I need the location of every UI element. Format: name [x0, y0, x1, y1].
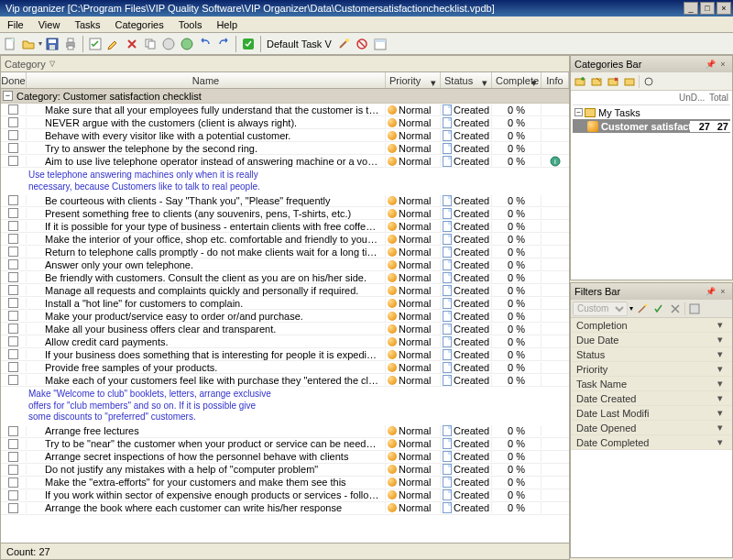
undo-icon[interactable]	[197, 36, 213, 52]
toggle-icon[interactable]	[179, 36, 195, 52]
done-checkbox[interactable]	[8, 439, 18, 449]
task-row[interactable]: Aim to use live telephone operator inste…	[1, 155, 569, 168]
task-row[interactable]: Make all your business offers clear and …	[1, 323, 569, 335]
task-grid[interactable]: −Category: Customer satisfaction checkli…	[1, 89, 569, 543]
panel-pin-icon[interactable]: 📌	[705, 59, 716, 70]
task-row[interactable]: Make sure that all your employees fully …	[1, 104, 569, 116]
task-row[interactable]: Present something free to clients (any s…	[1, 207, 569, 220]
done-checkbox[interactable]	[8, 336, 18, 346]
done-checkbox[interactable]	[8, 375, 18, 385]
task-row[interactable]: Make the "extra-efforts" for your custom…	[1, 477, 569, 489]
done-checkbox[interactable]	[8, 503, 18, 513]
expand-icon[interactable]: −	[3, 91, 13, 101]
task-row[interactable]: If it is possible for your type of busin…	[1, 220, 569, 233]
task-icon[interactable]	[87, 36, 104, 52]
move-category-icon[interactable]	[622, 74, 637, 89]
calendar-icon[interactable]	[372, 36, 388, 52]
done-checkbox[interactable]	[8, 478, 18, 488]
done-checkbox[interactable]	[8, 465, 18, 475]
redo-icon[interactable]	[215, 36, 232, 52]
task-row[interactable]: Arrange free lecturesNormalCreated0 %	[1, 425, 569, 438]
done-checkbox[interactable]	[8, 259, 18, 269]
task-row[interactable]: Try to answer the telephone by the secon…	[1, 142, 569, 155]
col-status[interactable]: Status▾	[441, 72, 492, 88]
panel-close-icon[interactable]: ×	[717, 286, 728, 297]
done-checkbox[interactable]	[8, 298, 18, 308]
tree-item-selected[interactable]: Customer satisfaction chec 27 27	[573, 119, 730, 133]
menu-categories[interactable]: Categories	[108, 17, 171, 32]
filter-preset-select[interactable]: Custom	[573, 302, 628, 316]
category-dropdown-label[interactable]: Category	[5, 59, 46, 70]
filter-dropdown-icon[interactable]: ▾	[482, 77, 489, 84]
menu-help[interactable]: Help	[209, 17, 245, 32]
task-row[interactable]: NEVER argue with the customers (client i…	[1, 116, 569, 129]
task-row[interactable]: Be courteous with clients - Say "Thank y…	[1, 194, 569, 207]
chevron-down-icon[interactable]: ▾	[717, 334, 727, 346]
task-row[interactable]: Make each of your customers feel like wi…	[1, 374, 569, 387]
edit-icon[interactable]	[105, 36, 122, 52]
copy-icon[interactable]	[142, 36, 159, 52]
done-checkbox[interactable]	[8, 221, 18, 231]
clear-icon[interactable]	[354, 36, 370, 52]
filter-apply-icon[interactable]	[687, 302, 702, 316]
task-row[interactable]: Make your product/service easy to order …	[1, 310, 569, 323]
chevron-down-icon[interactable]: ▾	[717, 319, 727, 331]
menu-view[interactable]: View	[31, 17, 68, 32]
chevron-down-icon[interactable]: ▾	[717, 378, 727, 390]
task-row[interactable]: Provide free samples of your products.No…	[1, 361, 569, 374]
col-info[interactable]: Info	[542, 72, 569, 88]
done-checkbox[interactable]	[8, 143, 18, 153]
category-group-row[interactable]: −Category: Customer satisfaction checkli…	[1, 89, 569, 104]
done-checkbox[interactable]	[8, 208, 18, 218]
col-complete[interactable]: Complete▾	[492, 72, 542, 88]
default-task-dropdown[interactable]: Default Task V	[265, 38, 334, 50]
filter-wand-icon[interactable]	[635, 302, 650, 316]
task-row[interactable]: If your business does something that is …	[1, 348, 569, 361]
complete-icon[interactable]	[160, 36, 177, 52]
done-checkbox[interactable]	[8, 349, 18, 359]
open-file-icon[interactable]	[20, 36, 37, 52]
filter-delete-icon[interactable]	[668, 302, 683, 316]
chevron-down-icon[interactable]: ▾	[717, 407, 727, 419]
refresh-icon[interactable]	[641, 74, 656, 89]
filter-green-icon[interactable]	[240, 36, 257, 52]
filter-row[interactable]: Status▾	[571, 347, 732, 362]
col-name[interactable]: Name	[27, 72, 386, 88]
task-row[interactable]: Do not justify any mistakes with a help …	[1, 464, 569, 477]
done-checkbox[interactable]	[8, 247, 18, 257]
done-checkbox[interactable]	[8, 156, 18, 166]
done-checkbox[interactable]	[8, 362, 18, 372]
minimize-button[interactable]: _	[684, 2, 698, 15]
done-checkbox[interactable]	[8, 117, 18, 127]
new-file-icon[interactable]	[2, 36, 18, 52]
filter-row[interactable]: Date Created▾	[571, 391, 732, 406]
task-row[interactable]: If you work within sector of expensive e…	[1, 489, 569, 502]
task-row[interactable]: Allow credit card payments.NormalCreated…	[1, 335, 569, 348]
filter-row[interactable]: Date Last Modifi▾	[571, 406, 732, 421]
print-icon[interactable]	[62, 36, 79, 52]
add-category-icon[interactable]	[573, 74, 587, 89]
panel-pin-icon[interactable]: 📌	[705, 286, 716, 297]
edit-category-icon[interactable]	[589, 74, 604, 89]
done-checkbox[interactable]	[8, 285, 18, 295]
delete-category-icon[interactable]	[606, 74, 620, 89]
task-row[interactable]: Return to telephone calls promptly - do …	[1, 246, 569, 258]
menu-file[interactable]: File	[0, 17, 31, 32]
filter-row[interactable]: Date Completed▾	[571, 435, 732, 450]
done-checkbox[interactable]	[8, 490, 18, 500]
filter-row[interactable]: Date Opened▾	[571, 421, 732, 435]
col-priority[interactable]: Priority▾	[386, 72, 441, 88]
chevron-down-icon[interactable]: ▾	[717, 392, 727, 404]
task-row[interactable]: Arrange the book where each customer can…	[1, 502, 569, 515]
menu-tools[interactable]: Tools	[171, 17, 210, 32]
chevron-down-icon[interactable]: ▾	[717, 436, 727, 448]
col-done[interactable]: Done	[1, 72, 27, 88]
delete-icon[interactable]	[124, 36, 140, 52]
filter-dropdown-icon[interactable]: ▾	[531, 77, 539, 84]
done-checkbox[interactable]	[8, 324, 18, 334]
filter-row[interactable]: Due Date▾	[571, 333, 732, 347]
chevron-down-icon[interactable]: ▾	[717, 422, 727, 434]
save-icon[interactable]	[44, 36, 60, 52]
filter-dropdown-icon[interactable]: ▾	[431, 77, 438, 84]
maximize-button[interactable]: □	[700, 2, 715, 15]
